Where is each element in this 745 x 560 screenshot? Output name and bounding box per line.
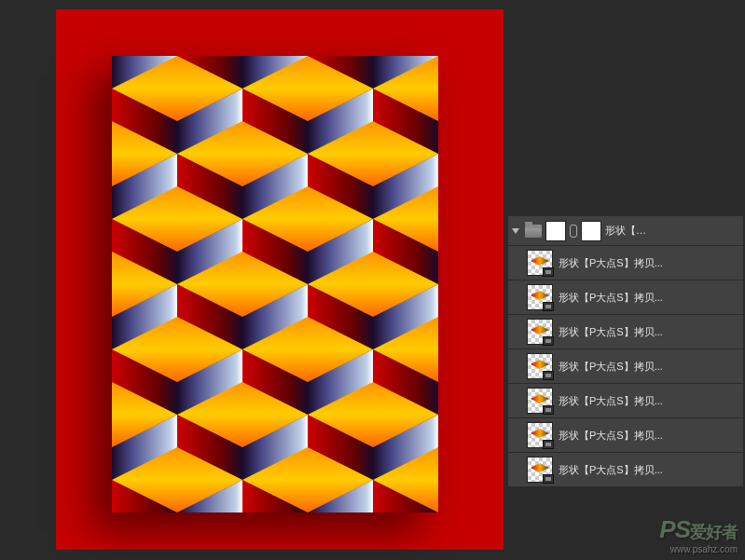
layer-name-label[interactable]: 形状【P大点S】拷贝... — [559, 429, 739, 443]
smart-object-badge-icon — [543, 267, 554, 277]
layer-row[interactable]: 形状【P大点S】拷贝... — [508, 280, 743, 315]
layer-row[interactable]: 形状【P大点S】拷贝... — [508, 349, 743, 384]
layer-list: 形状【P大点S】拷贝... 形状【P大点S】拷贝... 形状【P大点S】拷贝..… — [508, 246, 743, 487]
layer-row[interactable]: 形状【P大点S】拷贝... — [508, 418, 743, 453]
smart-object-badge-icon — [543, 440, 554, 449]
group-name[interactable]: 形状【P... — [605, 224, 650, 238]
layer-name-label[interactable]: 形状【P大点S】拷贝... — [559, 463, 739, 477]
layer-thumbnail[interactable] — [527, 457, 553, 483]
watermark-cn: 爱好者 — [690, 523, 738, 541]
canvas-background[interactable] — [56, 9, 504, 550]
layer-thumbnail[interactable] — [527, 353, 553, 379]
layer-name-label[interactable]: 形状【P大点S】拷贝... — [559, 256, 739, 270]
layer-thumbnail[interactable] — [527, 319, 553, 345]
expand-triangle-icon[interactable] — [512, 228, 519, 234]
smart-object-badge-icon — [543, 371, 554, 380]
layer-thumbnail[interactable] — [527, 422, 553, 448]
mask-thumbnail-2[interactable] — [581, 221, 601, 241]
mask-thumbnail[interactable] — [545, 221, 566, 241]
layer-row[interactable]: 形状【P大点S】拷贝... — [508, 315, 743, 349]
watermark: PS爱好者 www.psahz.com — [659, 515, 738, 554]
layer-thumbnail[interactable] — [527, 250, 553, 276]
smart-object-badge-icon — [543, 474, 554, 484]
layer-name-label[interactable]: 形状【P大点S】拷贝... — [559, 325, 739, 339]
link-icon — [570, 225, 577, 238]
layer-row[interactable]: 形状【P大点S】拷贝... — [508, 246, 743, 280]
smart-object-badge-icon — [543, 405, 554, 415]
layer-row[interactable]: 形状【P大点S】拷贝... — [508, 453, 743, 487]
folder-icon — [525, 225, 542, 238]
watermark-latin: PS — [659, 515, 690, 543]
layer-row[interactable]: 形状【P大点S】拷贝... — [508, 384, 743, 418]
smart-object-badge-icon — [543, 336, 554, 346]
layer-thumbnail[interactable] — [527, 388, 553, 414]
artwork — [112, 56, 438, 512]
layer-name-label[interactable]: 形状【P大点S】拷贝... — [559, 360, 739, 374]
smart-object-badge-icon — [543, 302, 554, 311]
watermark-url: www.psahz.com — [659, 544, 738, 554]
layer-name-label[interactable]: 形状【P大点S】拷贝... — [559, 291, 739, 305]
layer-name-label[interactable]: 形状【P大点S】拷贝... — [559, 394, 739, 408]
layer-group-header[interactable]: 形状【P... — [508, 216, 743, 246]
layer-thumbnail[interactable] — [527, 284, 553, 310]
cube-pattern — [112, 56, 438, 512]
watermark-logo: PS爱好者 — [659, 515, 738, 544]
layers-panel[interactable]: 形状【P... 形状【P大点S】拷贝... 形状【P大点S】拷贝... 形状【P… — [508, 216, 743, 487]
